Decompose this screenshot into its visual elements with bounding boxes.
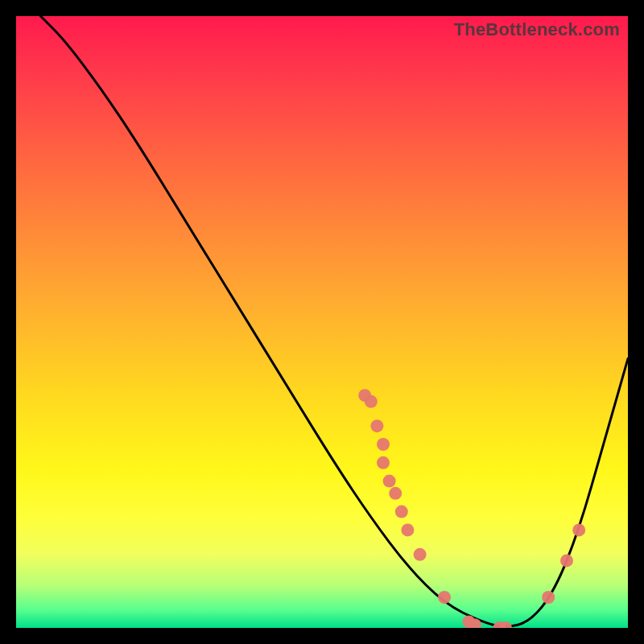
data-point-3 bbox=[377, 438, 390, 451]
bottleneck-curve bbox=[40, 16, 628, 626]
plot-svg bbox=[16, 16, 628, 628]
data-point-9 bbox=[414, 548, 427, 561]
data-point-2 bbox=[370, 419, 383, 432]
data-point-8 bbox=[401, 523, 414, 536]
data-point-4 bbox=[377, 456, 390, 469]
data-point-5 bbox=[383, 475, 396, 488]
chart-area: TheBottleneck.com bbox=[16, 16, 628, 628]
data-points bbox=[358, 389, 585, 628]
data-point-1 bbox=[365, 395, 378, 408]
data-point-15 bbox=[542, 591, 555, 604]
data-point-16 bbox=[560, 554, 573, 567]
data-point-10 bbox=[438, 591, 451, 604]
data-point-6 bbox=[389, 487, 402, 500]
data-point-7 bbox=[395, 506, 408, 518]
data-point-17 bbox=[572, 523, 585, 536]
